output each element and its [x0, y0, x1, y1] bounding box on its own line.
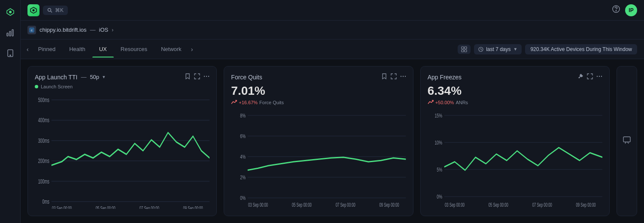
more-icon[interactable]: [204, 73, 210, 81]
force-quits-header: Force Quits: [231, 73, 406, 81]
svg-rect-71: [623, 137, 630, 142]
chat-icon[interactable]: [623, 136, 631, 146]
launch-tti-header: App Launch TTI — 50p ▾: [35, 73, 210, 81]
sidebar-analytics[interactable]: [3, 26, 17, 39]
topbar-left: ⌘K: [27, 4, 68, 16]
svg-text:09 Sep 00:00: 09 Sep 00:00: [576, 202, 595, 208]
force-quits-actions: [381, 73, 406, 81]
force-quits-value: 7.01%: [231, 84, 265, 98]
svg-text:07 Sep 00:00: 07 Sep 00:00: [140, 205, 159, 209]
svg-text:09 Sep 00:00: 09 Sep 00:00: [380, 202, 399, 208]
more-icon[interactable]: [400, 73, 406, 81]
force-quits-card: Force Quits: [224, 66, 413, 216]
svg-point-22: [208, 76, 209, 77]
time-filter-caret: ▼: [513, 47, 518, 51]
expand-icon[interactable]: [391, 73, 397, 81]
app-freezes-trend: +50.00% ANRs: [428, 99, 602, 105]
svg-text:c: c: [31, 28, 33, 32]
svg-point-41: [404, 76, 405, 77]
tab-resources[interactable]: Resources: [114, 41, 154, 57]
tab-pinned[interactable]: Pinned: [31, 41, 62, 57]
svg-text:200ms: 200ms: [38, 157, 49, 165]
app-freezes-card: App Freezes: [420, 66, 610, 216]
app-freezes-metric: 6.34%: [428, 84, 602, 98]
svg-text:05 Sep 00:00: 05 Sep 00:00: [96, 205, 115, 209]
svg-text:300ms: 300ms: [38, 137, 49, 144]
tab-ux[interactable]: UX: [92, 41, 114, 57]
svg-rect-18: [465, 50, 467, 52]
breadcrumb-app-name: chippy.io.bitdrift.ios: [39, 27, 87, 33]
app-freezes-value: 6.34%: [428, 84, 462, 98]
svg-point-56: [597, 76, 598, 77]
bookmark-icon[interactable]: [185, 73, 191, 81]
sidebar: [0, 0, 21, 223]
svg-point-21: [206, 76, 207, 77]
svg-text:10%: 10%: [434, 139, 442, 145]
filter-bar: last 7 days ▼ 920.34K Active Devices Dur…: [458, 44, 641, 54]
time-filter[interactable]: last 7 days ▼: [474, 44, 522, 54]
grid-toggle[interactable]: [458, 45, 471, 54]
help-button[interactable]: [612, 5, 620, 15]
force-quits-trend-value: +16.67%: [239, 100, 258, 105]
svg-line-10: [51, 11, 52, 12]
svg-text:6%: 6%: [240, 133, 246, 139]
svg-point-9: [48, 8, 51, 11]
force-quits-trend: +16.67% Force Quits: [231, 99, 406, 105]
svg-rect-16: [465, 47, 467, 49]
svg-text:500ms: 500ms: [38, 96, 49, 104]
nav-left-arrow[interactable]: ‹: [24, 44, 31, 54]
svg-point-39: [400, 76, 401, 77]
more-icon[interactable]: [596, 73, 602, 81]
topbar-right: IP: [612, 4, 637, 16]
launch-tti-value: 50p: [90, 74, 99, 80]
launch-tti-caret[interactable]: ▾: [103, 74, 105, 80]
svg-point-57: [599, 76, 600, 77]
expand-icon[interactable]: [587, 73, 593, 81]
search-shortcut: ⌘K: [55, 7, 64, 13]
svg-point-6: [10, 55, 11, 56]
svg-text:0ms: 0ms: [42, 198, 49, 205]
pin-icon[interactable]: [577, 73, 583, 81]
time-filter-label: last 7 days: [486, 46, 510, 52]
avatar[interactable]: IP: [625, 4, 637, 16]
svg-text:03 Sep 00:00: 03 Sep 00:00: [52, 205, 72, 209]
app-freezes-header: App Freezes: [428, 73, 602, 81]
svg-text:05 Sep 00:00: 05 Sep 00:00: [292, 202, 312, 208]
legend-dot: [35, 85, 38, 88]
app-freezes-trend-label: ANRs: [456, 100, 468, 105]
svg-text:0%: 0%: [437, 193, 442, 199]
launch-tti-card: App Launch TTI — 50p ▾: [27, 66, 217, 216]
svg-point-8: [33, 9, 35, 11]
tab-health[interactable]: Health: [62, 41, 92, 57]
sidebar-mobile[interactable]: [3, 46, 17, 60]
svg-text:100ms: 100ms: [38, 178, 49, 185]
bookmark-icon[interactable]: [381, 73, 387, 81]
content-area: App Launch TTI — 50p ▾: [21, 59, 644, 223]
svg-text:07 Sep 00:00: 07 Sep 00:00: [336, 202, 355, 208]
app-freezes-chart: 15% 10% 5% 0% 03 Sep 00:00 05 Sep 00:00 …: [428, 109, 602, 209]
app-freezes-title: App Freezes: [428, 74, 462, 81]
svg-rect-3: [9, 31, 11, 36]
svg-rect-17: [462, 50, 464, 52]
force-quits-metric: 7.01%: [231, 84, 406, 98]
breadcrumb-bar: c chippy.io.bitdrift.ios — iOS ›: [21, 21, 644, 39]
nav-right-arrow[interactable]: ›: [188, 44, 196, 54]
svg-text:15%: 15%: [434, 112, 442, 118]
expand-icon[interactable]: [194, 73, 200, 81]
sidebar-logo[interactable]: [3, 5, 17, 19]
tab-network[interactable]: Network: [154, 41, 188, 57]
app-freezes-actions: [577, 73, 602, 81]
partial-card: [617, 66, 637, 216]
force-quits-chart: 8% 6% 4% 2% 0% 03 Sep 00:00 05 Sep 00:00…: [231, 109, 406, 209]
svg-point-12: [616, 10, 617, 11]
launch-tti-chart: 500ms 400ms 300ms 200ms 100ms 0ms 03 Sep…: [35, 93, 210, 209]
app-freezes-svg: 15% 10% 5% 0% 03 Sep 00:00 05 Sep 00:00 …: [428, 109, 602, 209]
svg-point-40: [402, 76, 403, 77]
svg-text:8%: 8%: [240, 112, 246, 118]
svg-rect-15: [462, 47, 464, 49]
breadcrumb-separator: —: [90, 27, 96, 33]
launch-tti-title: App Launch TTI: [35, 74, 77, 81]
svg-text:03 Sep 00:00: 03 Sep 00:00: [248, 202, 268, 208]
force-quits-svg: 8% 6% 4% 2% 0% 03 Sep 00:00 05 Sep 00:00…: [231, 109, 406, 209]
search-bar[interactable]: ⌘K: [43, 6, 68, 15]
